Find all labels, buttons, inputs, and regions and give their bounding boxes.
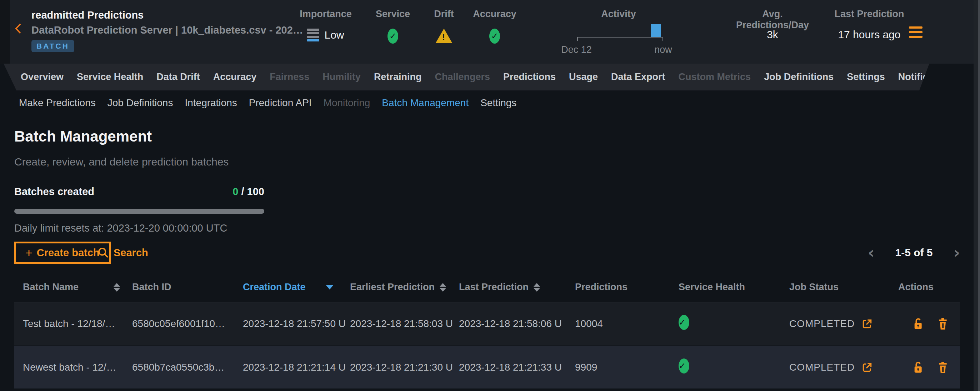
deployment-title: readmitted Predictions xyxy=(32,9,143,21)
cell-actions xyxy=(898,361,960,374)
tab-challengers: Challengers xyxy=(434,72,490,83)
pagination-next-icon[interactable]: › xyxy=(954,245,960,260)
plus-icon: + xyxy=(25,247,32,259)
batch-badge: BATCH xyxy=(32,40,74,52)
tab-fairness: Fairness xyxy=(270,72,309,83)
main-tab-bar: Overview Service Health Data Drift Accur… xyxy=(0,64,980,91)
cell-job-status: COMPLETED xyxy=(789,317,898,330)
tab-data-export[interactable]: Data Export xyxy=(611,72,665,83)
cell-last-prediction: 2023-12-18 21:21:33 U xyxy=(459,362,575,373)
batch-management-screen: readmitted Predictions DataRobot Predict… xyxy=(0,0,980,391)
activity-label: Activity xyxy=(564,9,673,20)
tab-settings[interactable]: Settings xyxy=(847,72,885,83)
sort-desc-icon[interactable] xyxy=(326,285,334,289)
quota-reset-note: Daily limit resets at: 2023-12-20 00:00:… xyxy=(14,222,227,234)
cell-creation-date: 2023-12-18 21:57:50 U xyxy=(243,318,350,330)
cell-earliest-prediction: 2023-12-18 21:21:30 U xyxy=(350,362,459,373)
column-earliest-prediction[interactable]: Earliest Prediction xyxy=(350,282,459,293)
column-batch-id: Batch ID xyxy=(132,282,243,293)
open-job-external-link-icon[interactable] xyxy=(861,361,873,374)
tab-custom-metrics: Custom Metrics xyxy=(679,72,751,83)
tab-notifications[interactable]: Notifications xyxy=(898,72,957,83)
activity-bar xyxy=(651,24,661,38)
metric-avg-predictions: Avg. Predictions/Day 3k xyxy=(729,0,816,64)
table-row[interactable]: Newest batch - 12/… 6580b7ca0550c3b… 202… xyxy=(14,346,960,388)
quota-used: 0 xyxy=(232,186,238,197)
tab-job-definitions[interactable]: Job Definitions xyxy=(764,72,834,83)
quota-total: 100 xyxy=(247,186,264,197)
cell-creation-date: 2023-12-18 21:21:14 U xyxy=(243,362,350,373)
search-button[interactable]: Search xyxy=(94,242,152,264)
cell-earliest-prediction: 2023-12-18 21:58:03 U xyxy=(350,318,459,330)
pagination-range: 1-5 of 5 xyxy=(895,247,932,259)
metric-drift: Drift xyxy=(426,0,462,64)
tab-predictions[interactable]: Predictions xyxy=(503,72,556,83)
metric-last-prediction: Last Prediction 17 hours ago xyxy=(829,0,910,64)
quota-progress-bar xyxy=(14,209,264,214)
column-last-prediction[interactable]: Last Prediction xyxy=(459,282,575,293)
sort-icon[interactable] xyxy=(534,283,540,292)
subtab-job-definitions[interactable]: Job Definitions xyxy=(108,97,173,109)
page-title: Batch Management xyxy=(14,128,152,145)
accuracy-ok-icon xyxy=(489,29,500,44)
table-row[interactable]: Test batch - 12/18/… 6580c05ef6001f10… 2… xyxy=(14,302,960,345)
hamburger-menu-icon[interactable] xyxy=(909,26,923,38)
subtab-settings[interactable]: Settings xyxy=(480,97,516,109)
metric-importance: Importance Low xyxy=(295,0,356,64)
column-job-status: Job Status xyxy=(789,282,898,293)
predictions-sub-nav: Make Predictions Job Definitions Integra… xyxy=(19,97,516,109)
tab-accuracy[interactable]: Accuracy xyxy=(213,72,257,83)
tab-retraining[interactable]: Retraining xyxy=(374,72,422,83)
tab-overview[interactable]: Overview xyxy=(21,72,64,83)
trash-icon[interactable] xyxy=(937,361,949,374)
importance-bars-icon xyxy=(307,29,319,41)
back-icon[interactable] xyxy=(13,22,24,35)
tab-data-drift[interactable]: Data Drift xyxy=(156,72,200,83)
lock-icon[interactable] xyxy=(912,361,924,374)
importance-value: Low xyxy=(324,29,344,41)
metric-accuracy: Accuracy xyxy=(469,0,521,64)
column-batch-name[interactable]: Batch Name xyxy=(14,282,132,293)
subtab-integrations[interactable]: Integrations xyxy=(185,97,237,109)
cell-predictions: 9909 xyxy=(575,362,679,373)
subtab-prediction-api[interactable]: Prediction API xyxy=(249,97,312,109)
lock-icon[interactable] xyxy=(912,317,924,330)
deployment-header: readmitted Predictions DataRobot Predict… xyxy=(0,0,980,64)
last-prediction-label: Last Prediction xyxy=(829,9,910,20)
service-label: Service xyxy=(371,9,414,20)
quota-divider: / xyxy=(238,186,247,197)
subtab-batch-management[interactable]: Batch Management xyxy=(382,97,469,109)
avg-predictions-label: Avg. Predictions/Day xyxy=(729,9,816,31)
subtab-make-predictions[interactable]: Make Predictions xyxy=(19,97,96,109)
pagination-prev-icon[interactable]: ‹ xyxy=(868,245,874,260)
tab-service-health[interactable]: Service Health xyxy=(77,72,143,83)
tab-humility: Humility xyxy=(323,72,361,83)
tab-usage[interactable]: Usage xyxy=(569,72,598,83)
trash-icon[interactable] xyxy=(937,317,949,330)
cell-batch-id: 6580b7ca0550c3b… xyxy=(132,362,243,373)
cell-batch-name: Test batch - 12/18/… xyxy=(14,318,132,330)
sort-icon[interactable] xyxy=(114,283,120,292)
sort-icon[interactable] xyxy=(440,283,446,292)
service-ok-icon xyxy=(388,29,398,44)
deployment-subtitle: DataRobot Prediction Server | 10k_diabet… xyxy=(32,24,303,36)
search-icon xyxy=(97,247,109,259)
vertical-scrollbar[interactable] xyxy=(974,0,980,391)
activity-axis xyxy=(577,37,663,41)
scrollbar-thumb[interactable] xyxy=(978,0,980,391)
column-service-health: Service Health xyxy=(679,282,789,293)
metric-activity: Activity Dec 12 now xyxy=(564,0,673,64)
cell-service-health xyxy=(679,315,789,332)
activity-range-end: now xyxy=(654,44,672,56)
column-actions: Actions xyxy=(898,282,960,293)
search-label: Search xyxy=(114,247,148,259)
column-creation-date[interactable]: Creation Date xyxy=(243,282,350,293)
accuracy-label: Accuracy xyxy=(469,9,521,20)
cell-last-prediction: 2023-12-18 21:58:06 U xyxy=(459,318,575,330)
column-predictions: Predictions xyxy=(575,282,679,293)
batch-table-header: Batch Name Batch ID Creation Date Earlie… xyxy=(14,274,960,300)
open-job-external-link-icon[interactable] xyxy=(861,317,873,330)
pagination: ‹ 1-5 of 5 › xyxy=(868,242,960,264)
left-edge-strip xyxy=(0,0,10,64)
drift-label: Drift xyxy=(426,9,462,20)
